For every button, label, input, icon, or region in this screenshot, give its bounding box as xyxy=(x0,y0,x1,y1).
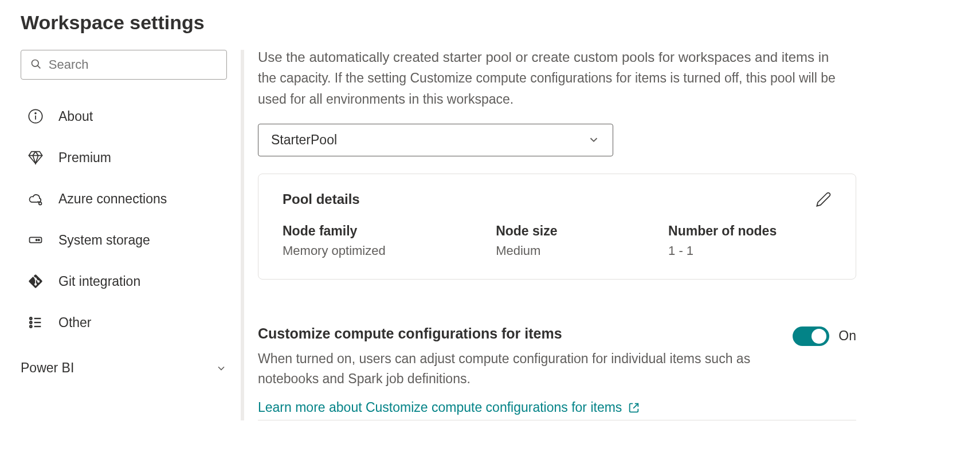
sidebar-item-azure-connections[interactable]: Azure connections xyxy=(21,178,227,219)
svg-point-0 xyxy=(32,60,38,66)
svg-point-13 xyxy=(30,325,32,328)
field-label: Number of nodes xyxy=(668,223,832,239)
toggle-knob xyxy=(812,329,826,344)
sidebar-item-about[interactable]: About xyxy=(21,96,227,137)
storage-icon xyxy=(26,231,45,249)
external-link-icon xyxy=(628,402,640,414)
git-icon xyxy=(26,272,45,290)
svg-point-7 xyxy=(38,239,40,241)
pool-dropdown[interactable]: StarterPool xyxy=(258,124,613,156)
svg-point-9 xyxy=(30,317,32,320)
field-node-size: Node size Medium xyxy=(496,223,659,258)
sidebar-item-premium[interactable]: Premium xyxy=(21,137,227,178)
pool-description-cut: Use the automatically created starter po… xyxy=(258,46,856,68)
sidebar-item-label: Other xyxy=(58,315,92,331)
section-label: Power BI xyxy=(21,360,74,376)
pool-details-title: Pool details xyxy=(283,191,360,207)
sidebar-item-label: Premium xyxy=(58,150,111,166)
dropdown-selected: StarterPool xyxy=(271,132,337,148)
sidebar-item-system-storage[interactable]: System storage xyxy=(21,219,227,261)
search-input[interactable] xyxy=(49,57,217,72)
search-box[interactable] xyxy=(21,50,227,80)
field-label: Node family xyxy=(283,223,487,239)
sidebar-item-label: Azure connections xyxy=(58,191,167,207)
pool-description: the capacity. If the setting Customize c… xyxy=(258,68,856,110)
sidebar-item-label: About xyxy=(58,109,93,124)
customize-compute-toggle[interactable] xyxy=(793,326,829,346)
field-node-family: Node family Memory optimized xyxy=(283,223,487,258)
svg-line-1 xyxy=(37,65,40,68)
sidebar-item-label: System storage xyxy=(58,233,150,248)
link-text: Learn more about Customize compute confi… xyxy=(258,400,622,415)
list-icon xyxy=(26,313,45,332)
field-label: Node size xyxy=(496,223,659,239)
sidebar-item-other[interactable]: Other xyxy=(21,302,227,343)
divider xyxy=(258,420,856,420)
svg-point-4 xyxy=(35,113,36,114)
sidebar-item-label: Git integration xyxy=(58,274,140,289)
search-icon xyxy=(30,58,42,71)
svg-point-11 xyxy=(30,321,32,324)
diamond-icon xyxy=(26,148,45,167)
customize-compute-setting: Customize compute configurations for ite… xyxy=(258,325,856,415)
field-value: 1 - 1 xyxy=(668,243,832,258)
setting-description: When turned on, users can adjust compute… xyxy=(258,349,770,390)
toggle-wrap: On xyxy=(793,326,856,346)
chevron-down-icon xyxy=(215,363,227,374)
sidebar-item-git-integration[interactable]: Git integration xyxy=(21,261,227,302)
field-number-of-nodes: Number of nodes 1 - 1 xyxy=(668,223,832,258)
main-content: Use the automatically created starter po… xyxy=(258,50,959,420)
sidebar: About Premium Azure connections xyxy=(21,50,227,420)
field-value: Memory optimized xyxy=(283,243,487,258)
chevron-down-icon xyxy=(587,133,600,146)
learn-more-link[interactable]: Learn more about Customize compute confi… xyxy=(258,400,640,415)
setting-title: Customize compute configurations for ite… xyxy=(258,325,770,342)
pool-details-card: Pool details Node family Memory optimize… xyxy=(258,174,856,280)
vertical-divider xyxy=(241,50,244,420)
cloud-icon xyxy=(26,190,45,208)
field-value: Medium xyxy=(496,243,659,258)
svg-point-5 xyxy=(39,202,42,205)
page-title: Workspace settings xyxy=(21,11,959,34)
sidebar-section-power-bi[interactable]: Power BI xyxy=(21,343,227,384)
svg-point-8 xyxy=(36,239,37,241)
edit-icon[interactable] xyxy=(816,191,832,207)
info-icon xyxy=(26,107,45,125)
toggle-state-label: On xyxy=(838,328,856,344)
